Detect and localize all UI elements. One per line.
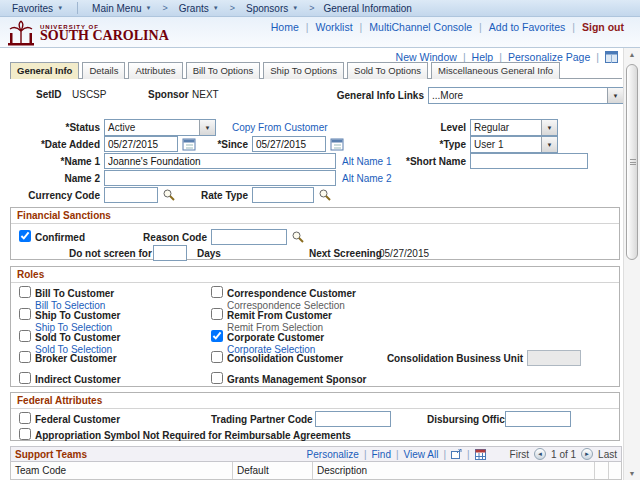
view-all-link[interactable]: View All bbox=[404, 449, 439, 460]
usc-emblem-icon bbox=[6, 19, 36, 47]
alt-name2-link[interactable]: Alt Name 2 bbox=[342, 173, 391, 184]
link-separator: | bbox=[572, 21, 575, 33]
lookup-icon[interactable] bbox=[162, 188, 175, 201]
grants-label: Grants bbox=[179, 3, 209, 14]
bill-to-customer-checkbox[interactable] bbox=[19, 286, 31, 298]
sign-out-link[interactable]: Sign out bbox=[582, 21, 624, 33]
support-teams-header: Support Teams Personalize| Find| View Al… bbox=[10, 446, 622, 462]
lookup-icon[interactable] bbox=[318, 188, 331, 201]
indirect-customer-checkbox[interactable] bbox=[19, 372, 31, 384]
alt-name1-link[interactable]: Alt Name 1 bbox=[342, 156, 391, 167]
find-link[interactable]: Find bbox=[371, 449, 390, 460]
broker-customer-label: Broker Customer bbox=[35, 353, 117, 364]
corporate-customer-checkbox[interactable] bbox=[211, 330, 223, 342]
scroll-down-icon[interactable]: ▼ bbox=[624, 470, 640, 477]
download-icon[interactable] bbox=[475, 449, 486, 460]
chevron-down-icon: ▼ bbox=[607, 88, 623, 103]
correspondence-customer-checkbox[interactable] bbox=[211, 286, 223, 298]
page-position: 1 of 1 bbox=[551, 449, 576, 460]
date-added-input[interactable] bbox=[104, 136, 178, 152]
tab-miscellaneous-general-info[interactable]: Miscellaneous General Info bbox=[431, 62, 560, 79]
sponsor-label: Sponsor bbox=[148, 89, 189, 100]
do-not-screen-input[interactable] bbox=[153, 245, 187, 261]
roles-group: Roles Bill To Customer Bill To Selection… bbox=[10, 266, 620, 387]
type-select[interactable]: User 1 ▼ bbox=[470, 136, 558, 153]
currency-code-label: Currency Code bbox=[20, 190, 100, 201]
tab-details[interactable]: Details bbox=[82, 62, 125, 79]
main-menu-label: Main Menu bbox=[92, 3, 141, 14]
ship-to-customer-label: Ship To Customer bbox=[35, 310, 120, 321]
column-team-code: Team Code bbox=[11, 462, 233, 479]
name1-input[interactable] bbox=[104, 153, 336, 169]
link-separator: | bbox=[443, 449, 446, 460]
type-value: User 1 bbox=[471, 137, 541, 152]
tab-general-info[interactable]: General Info bbox=[10, 62, 79, 79]
breadcrumb-main-menu[interactable]: Main Menu▼ bbox=[88, 3, 155, 14]
calendar-icon[interactable] bbox=[182, 137, 196, 151]
grants-management-sponsor-checkbox[interactable] bbox=[211, 372, 223, 384]
previous-page-icon[interactable]: ◄ bbox=[534, 448, 546, 460]
scroll-up-icon[interactable]: ▲ bbox=[624, 51, 640, 58]
zoom-grid-icon[interactable] bbox=[451, 449, 462, 459]
column-blank bbox=[609, 462, 621, 479]
copy-url-icon[interactable] bbox=[605, 51, 618, 63]
multichannel-console-link[interactable]: MultiChannel Console bbox=[369, 21, 472, 33]
disbursing-office-label: Disbursing Office bbox=[427, 414, 501, 425]
sold-to-customer-checkbox[interactable] bbox=[19, 330, 31, 342]
tab-sold-to-options[interactable]: Sold To Options bbox=[347, 62, 428, 79]
rate-type-input[interactable] bbox=[252, 187, 314, 203]
confirmed-checkbox[interactable] bbox=[19, 230, 31, 242]
vertical-scrollbar[interactable]: ▲ ▼ bbox=[623, 48, 640, 480]
broker-customer-checkbox[interactable] bbox=[19, 351, 31, 363]
trading-partner-code-input[interactable] bbox=[315, 411, 391, 427]
calendar-icon[interactable] bbox=[330, 137, 344, 151]
lookup-icon[interactable] bbox=[291, 230, 304, 243]
status-select[interactable]: Active ▼ bbox=[104, 119, 216, 136]
federal-customer-checkbox[interactable] bbox=[19, 412, 31, 424]
general-info-links-select[interactable]: ...More ▼ bbox=[428, 87, 624, 104]
since-label: *Since bbox=[198, 139, 248, 150]
breadcrumb-grants[interactable]: Grants▼ bbox=[175, 3, 223, 14]
name2-input[interactable] bbox=[104, 170, 336, 186]
link-separator: | bbox=[596, 51, 599, 63]
short-name-input[interactable] bbox=[470, 153, 588, 169]
indirect-customer-label: Indirect Customer bbox=[35, 374, 121, 385]
days-label: Days bbox=[197, 248, 221, 259]
breadcrumb-separator: > bbox=[163, 3, 168, 13]
currency-code-input[interactable] bbox=[104, 187, 158, 203]
reason-code-input[interactable] bbox=[211, 229, 287, 245]
chevron-down-icon: ▼ bbox=[146, 5, 152, 11]
date-added-label: *Date Added bbox=[20, 139, 100, 150]
disbursing-office-input[interactable] bbox=[505, 411, 571, 427]
breadcrumb-sponsors[interactable]: Sponsors▼ bbox=[242, 3, 302, 14]
breadcrumb-favorites[interactable]: Favorites▼ bbox=[8, 3, 67, 14]
since-input[interactable] bbox=[252, 136, 326, 152]
bill-to-customer-label: Bill To Customer bbox=[35, 288, 114, 299]
tab-attributes[interactable]: Attributes bbox=[128, 62, 182, 79]
ship-to-customer-checkbox[interactable] bbox=[19, 308, 31, 320]
tab-ship-to-options[interactable]: Ship To Options bbox=[263, 62, 344, 79]
grants-management-sponsor-label: Grants Management Sponsor bbox=[227, 374, 366, 385]
link-separator: | bbox=[467, 449, 470, 460]
tab-bill-to-options[interactable]: Bill To Options bbox=[186, 62, 261, 79]
next-page-icon[interactable]: ► bbox=[581, 448, 593, 460]
tab-bar: General Info Details Attributes Bill To … bbox=[10, 62, 560, 79]
remit-from-customer-checkbox[interactable] bbox=[211, 308, 223, 320]
sponsors-label: Sponsors bbox=[246, 3, 288, 14]
usc-logo-text: UNIVERSITY OF SOUTH CAROLINA bbox=[40, 24, 169, 42]
home-link[interactable]: Home bbox=[271, 21, 299, 33]
general-info-links-value: ...More bbox=[429, 88, 607, 103]
level-select[interactable]: Regular ▼ bbox=[470, 119, 558, 136]
add-to-favorites-link[interactable]: Add to Favorites bbox=[489, 21, 565, 33]
column-default: Default bbox=[233, 462, 313, 479]
federal-attributes-group: Federal Attributes Federal Customer Trad… bbox=[10, 392, 620, 441]
copy-from-customer-link[interactable]: Copy From Customer bbox=[232, 122, 328, 133]
personalize-link[interactable]: Personalize bbox=[307, 449, 359, 460]
first-label: First bbox=[510, 449, 529, 460]
rate-type-label: Rate Type bbox=[192, 190, 248, 201]
consolidation-customer-checkbox[interactable] bbox=[211, 351, 223, 363]
scrollbar-thumb[interactable] bbox=[626, 64, 638, 260]
appropriation-symbol-checkbox[interactable] bbox=[19, 428, 31, 440]
worklist-link[interactable]: Worklist bbox=[315, 21, 352, 33]
breadcrumb-divider bbox=[77, 2, 78, 14]
